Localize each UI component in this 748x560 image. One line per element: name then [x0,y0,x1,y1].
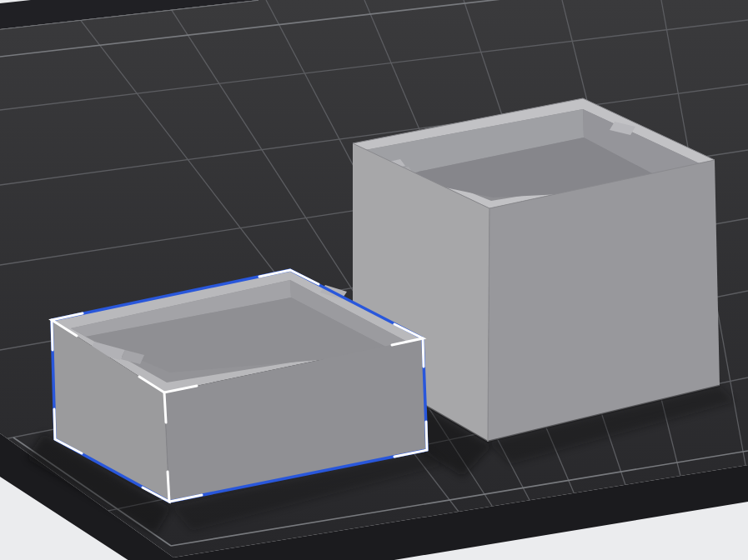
selection-corner-left-top-v [52,320,53,350]
scene-canvas[interactable] [0,0,748,560]
selection-corner-right-top-v [423,338,424,367]
slicer-3d-viewport[interactable] [0,0,748,560]
selection-corner-front-top-v [164,392,166,422]
